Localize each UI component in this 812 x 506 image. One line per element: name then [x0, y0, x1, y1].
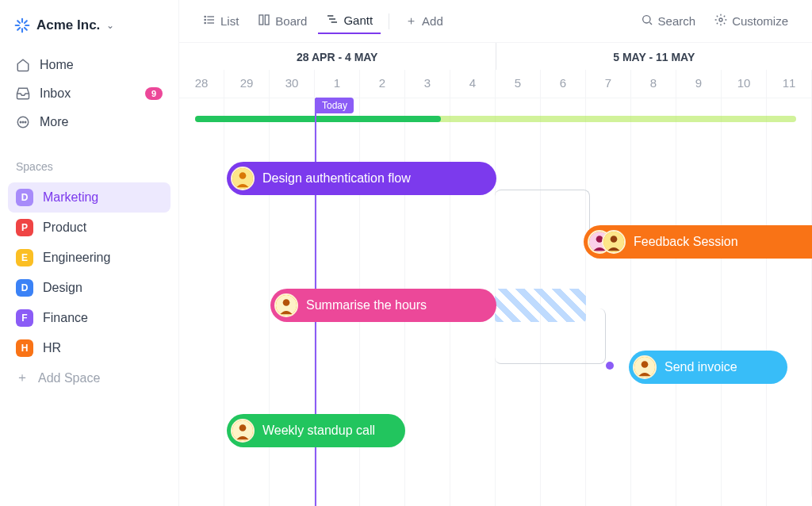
- space-label: Product: [43, 220, 86, 235]
- day-header: 8: [631, 70, 676, 98]
- connector-dot: [606, 362, 614, 370]
- space-badge: D: [16, 189, 33, 206]
- add-view-label: Add: [422, 14, 443, 28]
- plus-icon: ＋: [405, 13, 417, 29]
- customize-label: Customize: [732, 14, 788, 28]
- search-icon: [641, 13, 653, 29]
- day-header: 29: [224, 70, 270, 98]
- nav-home[interactable]: Home: [8, 51, 170, 79]
- day-header: 28: [179, 70, 224, 98]
- day-header: 4: [450, 70, 496, 98]
- inbox-badge: 9: [145, 87, 163, 100]
- space-badge: F: [16, 309, 33, 327]
- svg-point-33: [283, 299, 290, 306]
- day-header: 2: [360, 70, 405, 98]
- svg-line-6: [17, 28, 20, 30]
- chevron-down-icon: ⌄: [106, 20, 114, 31]
- view-gantt-label: Gantt: [343, 13, 373, 27]
- day-header: 9: [676, 70, 722, 98]
- task-blocked-region: [495, 289, 586, 322]
- svg-rect-19: [266, 15, 270, 25]
- space-label: Design: [43, 281, 82, 295]
- home-icon: [16, 58, 30, 72]
- svg-point-23: [642, 16, 649, 23]
- list-icon: [203, 13, 216, 29]
- gantt-icon: [326, 13, 339, 28]
- task-design-auth[interactable]: Design authentication flow: [227, 162, 496, 195]
- task-label: Feedback Session: [634, 235, 738, 249]
- view-gantt[interactable]: Gantt: [318, 8, 381, 34]
- day-header: 5: [496, 70, 541, 98]
- more-icon: [16, 115, 30, 129]
- week-header: 28 APR - 4 MAY: [179, 43, 496, 70]
- space-hr[interactable]: H HR: [8, 333, 170, 363]
- avatar: [633, 355, 657, 379]
- avatar: [231, 167, 255, 190]
- svg-point-16: [205, 19, 205, 20]
- nav-more[interactable]: More: [8, 108, 170, 136]
- board-icon: [258, 13, 270, 29]
- org-logo-icon: [14, 17, 30, 33]
- nav-home-label: Home: [40, 58, 74, 72]
- space-badge: D: [16, 279, 33, 297]
- progress-fill: [195, 116, 441, 122]
- task-label: Summarise the hours: [306, 298, 427, 312]
- svg-point-27: [239, 172, 247, 179]
- org-switcher[interactable]: Acme Inc. ⌄: [8, 13, 170, 38]
- space-label: Marketing: [43, 190, 98, 205]
- search-button[interactable]: Search: [633, 9, 704, 33]
- view-board[interactable]: Board: [250, 9, 315, 33]
- task-label: Design authentication flow: [262, 171, 411, 186]
- space-finance[interactable]: F Finance: [8, 303, 170, 333]
- nav-inbox[interactable]: Inbox 9: [8, 79, 170, 108]
- task-feedback[interactable]: Feedback Session: [584, 225, 812, 259]
- svg-point-11: [25, 121, 26, 123]
- svg-line-24: [649, 22, 652, 25]
- avatar: [274, 293, 298, 317]
- svg-point-17: [205, 22, 205, 23]
- svg-line-5: [25, 28, 27, 30]
- day-header: 11: [767, 70, 812, 98]
- spaces-heading: Spaces: [8, 154, 170, 179]
- inbox-icon: [16, 86, 30, 101]
- task-summarise[interactable]: Summarise the hours: [270, 289, 496, 322]
- add-space-button[interactable]: ＋ Add Space: [8, 363, 170, 393]
- org-name: Acme Inc.: [36, 17, 100, 33]
- space-label: HR: [43, 341, 61, 355]
- task-send-invoice[interactable]: Send invoice: [629, 351, 787, 384]
- dependency-connector: [495, 190, 590, 245]
- day-header: 30: [270, 70, 315, 98]
- space-badge: E: [16, 249, 33, 266]
- space-label: Finance: [43, 311, 88, 325]
- svg-point-25: [719, 18, 722, 21]
- svg-point-35: [642, 361, 649, 368]
- gear-icon: [714, 13, 727, 29]
- view-list[interactable]: List: [195, 9, 247, 33]
- svg-point-9: [20, 121, 21, 123]
- space-marketing[interactable]: D Marketing: [8, 182, 170, 213]
- svg-point-15: [205, 16, 205, 17]
- space-design[interactable]: D Design: [8, 273, 170, 303]
- space-badge: H: [16, 339, 33, 357]
- plus-icon: ＋: [16, 370, 29, 386]
- svg-line-4: [17, 21, 20, 23]
- task-label: Send invoice: [665, 360, 737, 374]
- add-view-button[interactable]: ＋ Add: [397, 9, 451, 33]
- space-badge: P: [16, 219, 33, 236]
- week-header: 5 MAY - 11 MAY: [496, 43, 813, 70]
- task-standup[interactable]: Weekly standup call: [227, 414, 405, 447]
- avatar: [602, 230, 626, 254]
- svg-point-31: [611, 236, 618, 243]
- customize-button[interactable]: Customize: [707, 9, 796, 33]
- space-label: Engineering: [43, 251, 110, 265]
- space-engineering[interactable]: E Engineering: [8, 243, 170, 273]
- view-board-label: Board: [275, 14, 307, 28]
- space-product[interactable]: P Product: [8, 213, 170, 243]
- svg-point-37: [239, 424, 247, 431]
- avatar: [231, 419, 255, 443]
- day-header: 10: [722, 70, 767, 98]
- view-list-label: List: [220, 14, 239, 28]
- day-header: 3: [405, 70, 450, 98]
- nav-inbox-label: Inbox: [40, 86, 71, 101]
- search-label: Search: [658, 14, 696, 28]
